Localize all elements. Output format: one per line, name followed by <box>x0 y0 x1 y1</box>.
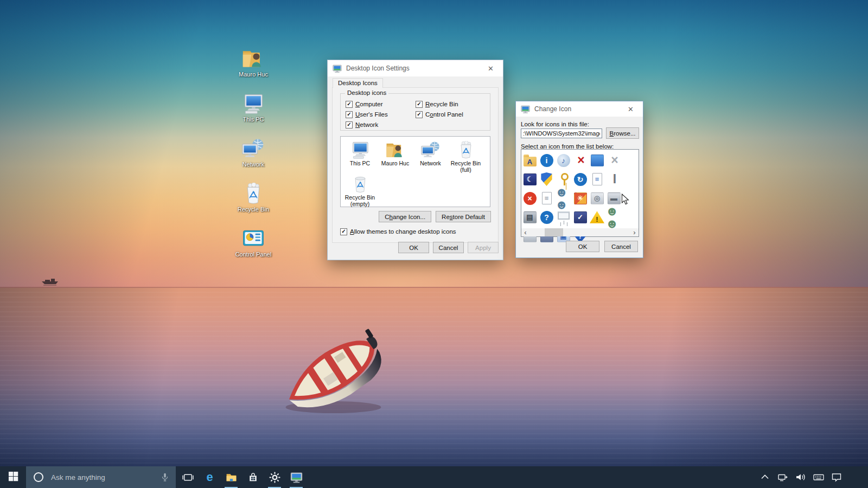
allow-themes-checkbox[interactable]: Allow themes to change desktop icons <box>340 228 456 235</box>
mauro-huc-desktop-icon[interactable]: Mauro Huc <box>230 48 277 78</box>
action-center-button[interactable] <box>830 470 843 485</box>
settings-titlebar[interactable]: Desktop Icon Settings ✕ <box>328 60 503 76</box>
desktop-icons-groupbox: Desktop icons Computer User's Files <box>340 93 490 131</box>
scanner-grid-item[interactable]: ▤ <box>521 208 538 227</box>
checkbox-checked-icon[interactable] <box>416 111 423 118</box>
checkbox-checked-icon[interactable] <box>346 101 353 108</box>
store-icon <box>247 471 259 484</box>
gray-x-grid-item[interactable]: × <box>605 151 622 170</box>
grid-horizontal-scrollbar[interactable]: ‹ › <box>521 228 639 236</box>
start-button[interactable] <box>0 466 26 488</box>
keyboard-button[interactable] <box>812 470 825 485</box>
recycle-bin-checkbox[interactable]: Recycle Bin <box>416 100 463 108</box>
network-checkbox[interactable]: Network <box>346 121 388 129</box>
close-icon[interactable]: ✕ <box>478 60 503 76</box>
network-list-item[interactable]: Network <box>413 141 448 173</box>
scroll-left-icon[interactable]: ‹ <box>521 228 529 236</box>
distant-boat-image <box>40 275 61 287</box>
file-label: Look for icons in this file: <box>521 121 589 127</box>
checkbox-checked-icon[interactable] <box>340 228 347 235</box>
info-circle-icon: i <box>540 154 553 167</box>
monitor-sleep-grid-item[interactable]: ☾ <box>521 170 538 189</box>
computer-checkbox[interactable]: Computer <box>346 100 388 108</box>
cortana-search[interactable] <box>26 466 176 488</box>
users-icon: ☻☻ <box>555 186 572 211</box>
close-icon[interactable]: ✕ <box>618 101 643 117</box>
microphone-icon[interactable] <box>159 472 170 483</box>
taskbar-apps <box>177 466 307 488</box>
task-device-grid-item[interactable]: ✓ <box>572 208 589 227</box>
this-pc-desktop-icon[interactable]: This PC <box>230 93 277 123</box>
network-desktop-icon[interactable]: Network <box>230 138 277 168</box>
chevron-up-button[interactable] <box>758 470 771 485</box>
projection-screen-icon <box>558 211 570 220</box>
audio-cd-icon: ♪ <box>557 154 570 167</box>
recycle-bin-empty-list-item[interactable]: Recycle Bin (empty) <box>342 175 378 207</box>
document-text-grid-item[interactable]: ≡ <box>589 170 605 189</box>
task-view-taskbar-button[interactable] <box>177 466 199 488</box>
change-icon-button[interactable]: Change Icon... <box>379 211 431 222</box>
change-icon-titlebar[interactable]: Change Icon ✕ <box>516 101 643 117</box>
tab-desktop-icons[interactable]: Desktop Icons <box>333 78 383 88</box>
ok-button[interactable]: OK <box>398 242 429 253</box>
cancel-button[interactable]: Cancel <box>433 242 464 253</box>
icon-file-input[interactable] <box>521 129 602 138</box>
wallpaper-sea <box>0 287 868 488</box>
ok-button[interactable]: OK <box>566 241 599 252</box>
scanner-icon: ▤ <box>524 211 537 223</box>
tray-network-button[interactable] <box>776 470 789 485</box>
text-cursor-grid-item[interactable]: I <box>605 170 622 189</box>
error-circle-grid-item[interactable]: × <box>521 189 538 208</box>
checkbox-checked-icon[interactable] <box>346 121 353 129</box>
file-explorer-taskbar-button[interactable] <box>220 466 242 488</box>
red-x-grid-item[interactable]: × <box>572 151 589 170</box>
audio-cd-grid-item[interactable]: ♪ <box>555 151 572 170</box>
cortana-icon <box>33 471 44 483</box>
software-disc-icon: ◎ <box>591 192 604 204</box>
display-settings-taskbar-button[interactable] <box>285 466 307 488</box>
users-grid-item[interactable]: ☻☻ <box>555 189 572 208</box>
key-grid-item[interactable] <box>555 170 572 189</box>
restore-default-button[interactable]: Restore Default <box>436 211 491 222</box>
pc-icon <box>350 141 371 159</box>
users-group-grid-item[interactable]: ☻☻ <box>605 208 622 227</box>
projection-screen-grid-item[interactable] <box>555 208 572 227</box>
warning-triangle-icon: ! <box>590 211 604 224</box>
desktop-icon-label: This PC <box>242 116 264 123</box>
mauro-huc-list-item[interactable]: Mauro Huc <box>378 141 413 173</box>
control-panel-desktop-icon[interactable]: Control Panel <box>230 228 277 258</box>
control-panel-checkbox[interactable]: Control Panel <box>416 111 463 118</box>
checkbox-checked-icon[interactable] <box>346 111 353 118</box>
this-pc-list-item[interactable]: This PC <box>342 141 378 173</box>
icon-grid-box: A i ♪ × <box>521 149 639 237</box>
warning-triangle-grid-item[interactable]: ! <box>589 208 605 227</box>
apply-button[interactable]: Apply <box>468 242 499 253</box>
store-taskbar-button[interactable] <box>242 466 264 488</box>
photo-grid-item[interactable]: ☀ <box>572 189 589 208</box>
volume-button[interactable] <box>794 470 807 485</box>
document-grid-item[interactable]: ≡ <box>538 189 555 208</box>
time-history-grid-item[interactable]: ↻ <box>572 170 589 189</box>
search-input[interactable] <box>50 473 159 482</box>
settings-taskbar-button[interactable] <box>264 466 285 488</box>
software-disc-grid-item[interactable]: ◎ <box>589 189 605 208</box>
tablet-device-grid-item[interactable] <box>589 151 605 170</box>
recycle-bin-desktop-icon[interactable]: Recycle Bin <box>230 183 277 213</box>
edge-taskbar-button[interactable] <box>199 466 220 488</box>
checkbox-checked-icon[interactable] <box>416 101 423 108</box>
window-title: Desktop Icon Settings <box>346 65 410 72</box>
checkbox-label: Network <box>355 121 378 128</box>
users-files-checkbox[interactable]: User's Files <box>346 111 388 118</box>
recycle-bin-full-list-item[interactable]: Recycle Bin (full) <box>448 141 483 173</box>
browse-button[interactable]: Browse... <box>606 127 639 139</box>
cancel-button[interactable]: Cancel <box>604 241 638 252</box>
help-circle-grid-item[interactable]: ? <box>538 208 555 227</box>
scroll-right-icon[interactable]: › <box>630 228 639 236</box>
folder-letter-a-grid-item[interactable]: A <box>521 151 538 170</box>
info-circle-grid-item[interactable]: i <box>538 151 555 170</box>
uac-shield-grid-item[interactable] <box>538 170 555 189</box>
settings-icon <box>269 471 281 484</box>
scroll-thumb[interactable] <box>545 228 563 236</box>
error-circle-icon: × <box>524 192 537 205</box>
scroll-track[interactable] <box>529 228 630 236</box>
